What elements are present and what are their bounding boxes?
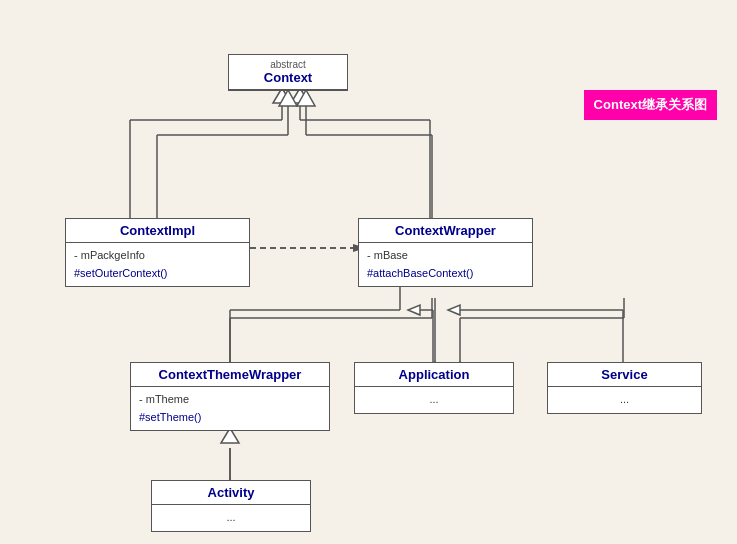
contextimpl-box: ContextImpl - mPackgeInfo #setOuterConte… xyxy=(65,218,250,287)
svg-marker-29 xyxy=(297,90,315,106)
application-title: Application xyxy=(355,363,513,387)
contextimpl-body: - mPackgeInfo #setOuterContext() xyxy=(66,243,249,286)
context-title: abstract Context xyxy=(229,55,347,90)
contextwrapper-box: ContextWrapper - mBase #attachBaseContex… xyxy=(358,218,533,287)
contextthemewrapper-body: - mTheme #setTheme() xyxy=(131,387,329,430)
contextwrapper-title: ContextWrapper xyxy=(359,219,532,243)
activity-box: Activity ... xyxy=(151,480,311,532)
application-body: ... xyxy=(355,387,513,413)
diagram-label: Context继承关系图 xyxy=(584,90,717,120)
activity-body: ... xyxy=(152,505,310,531)
svg-marker-16 xyxy=(408,305,420,315)
contextthemewrapper-title: ContextThemeWrapper xyxy=(131,363,329,387)
service-body: ... xyxy=(548,387,701,413)
svg-marker-19 xyxy=(448,305,460,315)
activity-title: Activity xyxy=(152,481,310,505)
diagram: abstract Context ContextImpl - mPackgeIn… xyxy=(0,0,737,544)
contextwrapper-body: - mBase #attachBaseContext() xyxy=(359,243,532,286)
context-box: abstract Context xyxy=(228,54,348,91)
contextthemewrapper-box: ContextThemeWrapper - mTheme #setTheme() xyxy=(130,362,330,431)
svg-marker-25 xyxy=(279,90,297,106)
service-title: Service xyxy=(548,363,701,387)
contextimpl-title: ContextImpl xyxy=(66,219,249,243)
service-box: Service ... xyxy=(547,362,702,414)
application-box: Application ... xyxy=(354,362,514,414)
